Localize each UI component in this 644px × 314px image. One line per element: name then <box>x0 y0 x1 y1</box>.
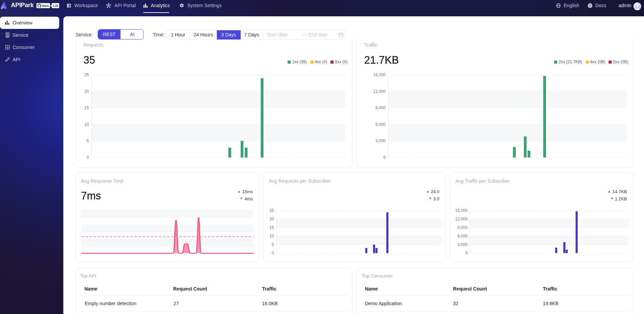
svg-text:?: ? <box>589 3 591 7</box>
